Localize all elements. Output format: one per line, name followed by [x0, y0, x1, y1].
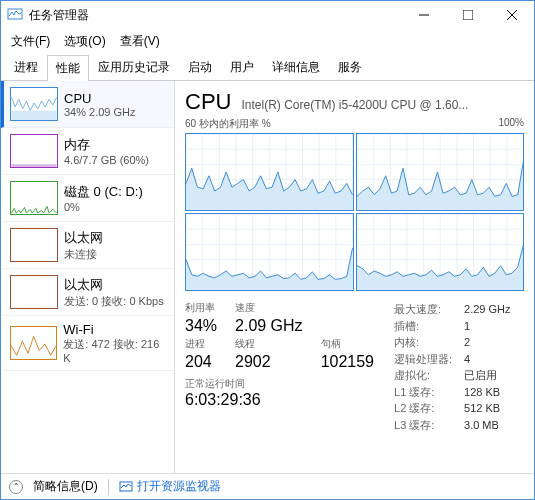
tab-startup[interactable]: 启动 — [179, 54, 221, 80]
sidebar-eth2-sub: 发送: 0 接收: 0 Kbps — [64, 294, 164, 309]
sidebar: CPU34% 2.09 GHz 内存4.6/7.7 GB (60%) 磁盘 0 … — [1, 81, 175, 473]
chart-axis-left: 60 秒内的利用率 % — [185, 117, 271, 131]
menu-file[interactable]: 文件(F) — [5, 31, 56, 52]
label-l2-cache: L2 缓存: — [394, 400, 456, 417]
window-title: 任务管理器 — [29, 7, 89, 24]
tab-apphistory[interactable]: 应用历史记录 — [89, 54, 179, 80]
eth1-thumb-icon — [10, 228, 58, 262]
label-speed: 速度 — [235, 301, 303, 315]
cpu-chart-2[interactable] — [185, 213, 354, 291]
value-utilization: 34% — [185, 317, 217, 335]
sidebar-cpu-title: CPU — [64, 91, 136, 106]
sidebar-eth2-title: 以太网 — [64, 276, 164, 294]
value-virtualization: 已启用 — [464, 367, 497, 384]
page-title: CPU — [185, 89, 231, 115]
sidebar-mem-sub: 4.6/7.7 GB (60%) — [64, 154, 149, 166]
value-sockets: 1 — [464, 318, 470, 335]
label-uptime: 正常运行时间 — [185, 377, 374, 391]
label-maxspeed: 最大速度: — [394, 301, 456, 318]
label-virtualization: 虚拟化: — [394, 367, 456, 384]
taskmgr-icon — [7, 6, 23, 25]
divider — [108, 479, 109, 495]
value-l1-cache: 128 KB — [464, 384, 500, 401]
label-l1-cache: L1 缓存: — [394, 384, 456, 401]
svg-rect-2 — [463, 10, 473, 20]
value-l3-cache: 3.0 MB — [464, 417, 499, 434]
open-resource-monitor-link[interactable]: 打开资源监视器 — [119, 478, 221, 495]
sidebar-item-disk[interactable]: 磁盘 0 (C: D:)0% — [1, 175, 174, 222]
value-maxspeed: 2.29 GHz — [464, 301, 510, 318]
cpu-core-charts — [185, 133, 524, 291]
sidebar-wifi-sub: 发送: 472 接收: 216 K — [63, 337, 168, 364]
memory-thumb-icon — [10, 134, 58, 168]
svg-rect-5 — [11, 111, 56, 120]
label-utilization: 利用率 — [185, 301, 217, 315]
cpu-chart-3[interactable] — [356, 213, 525, 291]
sidebar-disk-sub: 0% — [64, 201, 143, 213]
tab-details[interactable]: 详细信息 — [263, 54, 329, 80]
sidebar-eth1-title: 以太网 — [64, 229, 103, 247]
sidebar-eth1-sub: 未连接 — [64, 247, 103, 262]
tab-performance[interactable]: 性能 — [47, 55, 89, 81]
value-l2-cache: 512 KB — [464, 400, 500, 417]
close-button[interactable] — [490, 1, 534, 29]
sidebar-wifi-title: Wi-Fi — [63, 322, 168, 337]
label-cores: 内核: — [394, 334, 456, 351]
label-logical-processors: 逻辑处理器: — [394, 351, 456, 368]
sidebar-item-cpu[interactable]: CPU34% 2.09 GHz — [1, 81, 174, 128]
menu-options[interactable]: 选项(O) — [58, 31, 111, 52]
resmon-icon — [119, 480, 133, 494]
value-speed: 2.09 GHz — [235, 317, 303, 335]
label-processes: 进程 — [185, 337, 217, 351]
sidebar-cpu-sub: 34% 2.09 GHz — [64, 106, 136, 118]
sidebar-item-memory[interactable]: 内存4.6/7.7 GB (60%) — [1, 128, 174, 175]
menu-view[interactable]: 查看(V) — [114, 31, 166, 52]
tab-users[interactable]: 用户 — [221, 54, 263, 80]
eth2-thumb-icon — [10, 275, 58, 309]
cpu-chart-1[interactable] — [356, 133, 525, 211]
sidebar-item-ethernet-1[interactable]: 以太网未连接 — [1, 222, 174, 269]
label-handles: 句柄 — [321, 337, 374, 351]
label-l3-cache: L3 缓存: — [394, 417, 456, 434]
value-handles: 102159 — [321, 353, 374, 371]
cpu-model: Intel(R) Core(TM) i5-4200U CPU @ 1.60... — [241, 98, 524, 112]
label-threads: 线程 — [235, 337, 303, 351]
chevron-up-icon[interactable]: ˄ — [9, 480, 23, 494]
wifi-thumb-icon — [10, 326, 57, 360]
sidebar-mem-title: 内存 — [64, 136, 149, 154]
tab-services[interactable]: 服务 — [329, 54, 371, 80]
value-cores: 2 — [464, 334, 470, 351]
svg-rect-6 — [11, 164, 56, 167]
value-threads: 2902 — [235, 353, 303, 371]
tab-processes[interactable]: 进程 — [5, 54, 47, 80]
value-logical-processors: 4 — [464, 351, 470, 368]
sidebar-item-ethernet-2[interactable]: 以太网发送: 0 接收: 0 Kbps — [1, 269, 174, 316]
value-processes: 204 — [185, 353, 217, 371]
sidebar-disk-title: 磁盘 0 (C: D:) — [64, 183, 143, 201]
sidebar-item-wifi[interactable]: Wi-Fi发送: 472 接收: 216 K — [1, 316, 174, 371]
minimize-button[interactable] — [402, 1, 446, 29]
chart-axis-right: 100% — [498, 117, 524, 131]
fewer-details-link[interactable]: 简略信息(D) — [33, 478, 98, 495]
cpu-chart-0[interactable] — [185, 133, 354, 211]
value-uptime: 6:03:29:36 — [185, 391, 374, 409]
cpu-thumb-icon — [10, 87, 58, 121]
disk-thumb-icon — [10, 181, 58, 215]
label-sockets: 插槽: — [394, 318, 456, 335]
maximize-button[interactable] — [446, 1, 490, 29]
